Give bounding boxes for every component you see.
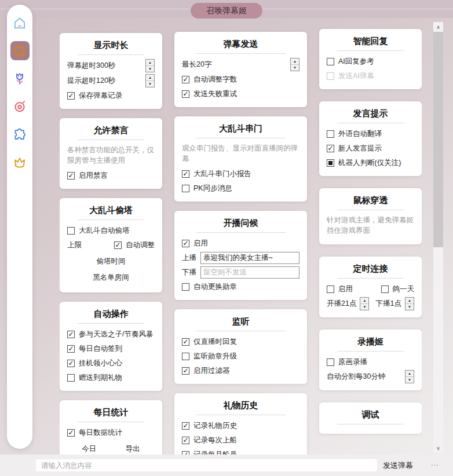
spinner-down-icon[interactable]: ▼	[146, 81, 154, 87]
checkbox-box[interactable]: ✓	[182, 422, 189, 430]
checkbox-box[interactable]: ✓	[67, 92, 75, 100]
spinner-up-icon[interactable]: ▲	[146, 75, 154, 81]
checkbox-box[interactable]	[381, 285, 389, 293]
checkbox[interactable]: ✓自动调整字数	[182, 75, 237, 85]
disc-icon	[12, 99, 27, 114]
checkbox-box[interactable]: ✓	[182, 437, 189, 444]
action-label[interactable]: 今日	[82, 444, 96, 454]
scrollbar-thumb[interactable]	[433, 32, 443, 247]
checkbox[interactable]: AI回复参考	[327, 57, 374, 67]
send-danmaku-button[interactable]: 发送弹幕	[383, 460, 413, 471]
checkbox[interactable]: 鸽一天	[381, 284, 415, 294]
checkbox[interactable]: ✓保存弹幕记录	[67, 91, 122, 101]
spinner-up-icon[interactable]: ▲	[360, 298, 368, 304]
checkbox-box[interactable]	[182, 283, 189, 291]
number-spinner[interactable]: ▲▼	[360, 297, 369, 310]
checkbox[interactable]: ✓参与天选之子/节奏风暴	[67, 329, 153, 339]
checkbox-box[interactable]: ✓	[327, 145, 334, 152]
checkbox-box[interactable]	[327, 285, 334, 293]
checkbox-box[interactable]	[67, 227, 75, 235]
checkbox[interactable]: 外语自动翻译	[327, 129, 382, 139]
checkbox-box[interactable]: ✓	[67, 172, 75, 180]
checkbox[interactable]: 启用	[327, 284, 353, 294]
checkbox-box[interactable]: ✓	[182, 170, 189, 178]
spinner-up-icon[interactable]: ▲	[291, 58, 299, 65]
checkbox[interactable]: 发送AI弹幕	[327, 71, 374, 81]
checkbox-box[interactable]: ✓	[67, 345, 75, 353]
checkbox-box[interactable]: ✓	[67, 331, 75, 338]
checkbox-box[interactable]: ✓	[182, 367, 189, 375]
checkbox[interactable]: ✓大乱斗串门小报告	[182, 169, 251, 179]
checkbox-box[interactable]	[67, 374, 75, 382]
spinner-up-icon[interactable]: ▲	[146, 60, 154, 66]
checkbox[interactable]: ✓启用禁言	[67, 171, 108, 181]
checkbox-box[interactable]	[182, 185, 189, 192]
scrollbar-down-button[interactable]: ∨	[433, 443, 443, 453]
checkbox[interactable]: ✓记录礼物历史	[182, 421, 237, 431]
spinner-down-icon[interactable]: ▼	[405, 377, 414, 383]
checkbox[interactable]: 原画录播	[327, 357, 367, 367]
scrollbar-up-button[interactable]: ∧	[433, 22, 443, 32]
checkbox-box[interactable]: ✓	[182, 240, 189, 247]
checkbox-box[interactable]	[327, 159, 334, 167]
checkbox[interactable]: ✓发送失败重试	[182, 89, 237, 99]
card-title-divider	[78, 422, 144, 422]
sidebar-item-disc[interactable]	[10, 97, 30, 116]
number-spinner[interactable]: ▲▼	[145, 59, 155, 72]
spinner-down-icon[interactable]: ▼	[146, 66, 154, 72]
checkbox[interactable]: ✓自动调整	[114, 240, 155, 250]
action-label[interactable]: 导出	[126, 444, 140, 454]
more-options-button[interactable]: ...	[431, 459, 439, 467]
number-spinner[interactable]: ▲▼	[405, 297, 414, 310]
message-input[interactable]	[36, 459, 377, 471]
sidebar-item-plugin[interactable]	[10, 125, 30, 144]
checkbox[interactable]: PK同步消息	[182, 184, 232, 193]
checkbox-box[interactable]: ✓	[182, 76, 189, 83]
scrollbar-track[interactable]: ∧ ∨	[433, 22, 443, 453]
checkbox[interactable]: ✓记录每次上船	[182, 435, 237, 445]
checkbox-box[interactable]	[327, 130, 334, 138]
checkbox[interactable]: ✓新人发言提示	[327, 144, 382, 153]
checkbox-box[interactable]: ✓	[182, 90, 189, 98]
checkbox-box[interactable]	[327, 358, 334, 366]
spinner-up-icon[interactable]: ▲	[405, 371, 414, 377]
spinner-down-icon[interactable]: ▼	[291, 65, 299, 71]
spinner-down-icon[interactable]: ▼	[360, 304, 368, 310]
number-spinner[interactable]: ▲▼	[290, 58, 299, 71]
checkbox-box[interactable]: ✓	[182, 338, 189, 346]
checkbox[interactable]: 自动更换勋章	[182, 282, 237, 292]
sidebar-item-home[interactable]	[10, 13, 30, 32]
card-row: 下播	[182, 266, 299, 279]
checkbox-box[interactable]	[327, 72, 334, 80]
checkbox-label: 每日数据统计	[79, 428, 122, 438]
sidebar-item-flower[interactable]	[10, 69, 30, 88]
checkbox[interactable]: ✓启用过滤器	[182, 366, 230, 376]
number-spinner[interactable]: ▲▼	[145, 74, 155, 87]
checkbox-box[interactable]: ✓	[67, 360, 75, 367]
text-input[interactable]	[200, 266, 299, 279]
checkbox-box[interactable]: ✓	[114, 241, 122, 249]
checkbox[interactable]: ✓仅直播时回复	[182, 337, 237, 347]
summon-danmaku-button[interactable]: 召唤弹幕姬	[191, 3, 262, 19]
spinner-down-icon[interactable]: ▼	[405, 304, 414, 310]
checkbox[interactable]: 大乱斗自动偷塔	[67, 226, 130, 236]
checkbox[interactable]: ✓挂机领小心心	[67, 358, 122, 368]
checkbox[interactable]: ✓启用	[182, 239, 208, 248]
action-label[interactable]: 黑名单房间	[93, 273, 129, 283]
sidebar-item-crown[interactable]	[10, 152, 30, 171]
checkbox[interactable]: 监听勋章升级	[182, 351, 237, 361]
checkbox[interactable]: 赠送到期礼物	[67, 373, 122, 383]
spinner-up-icon[interactable]: ▲	[405, 298, 414, 304]
checkbox-box[interactable]	[182, 353, 189, 360]
checkbox[interactable]: ✓每日自动签到	[67, 344, 122, 354]
spinner-field-label: 提示超时120秒	[67, 76, 115, 86]
sidebar-item-danmaku[interactable]	[10, 41, 30, 60]
checkbox-label: 监听勋章升级	[193, 351, 237, 361]
checkbox-box[interactable]	[327, 58, 334, 65]
checkbox-box[interactable]: ✓	[67, 429, 75, 437]
text-input[interactable]	[200, 252, 299, 264]
checkbox[interactable]: ✓每日数据统计	[67, 428, 122, 438]
action-label[interactable]: 偷塔时间	[97, 257, 126, 266]
number-spinner[interactable]: ▲▼	[405, 370, 414, 383]
checkbox[interactable]: 机器人判断(仅关注)	[327, 158, 401, 168]
